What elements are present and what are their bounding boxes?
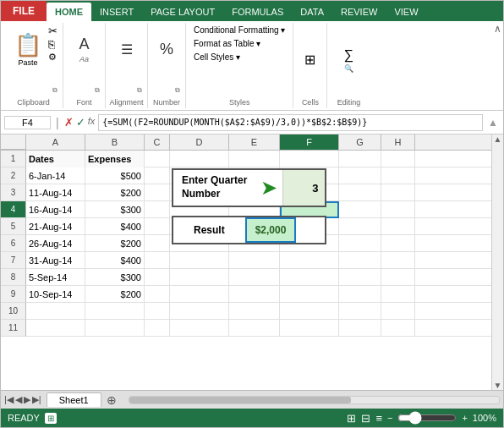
copy-button[interactable]: ⎘ bbox=[48, 38, 58, 51]
row-num-9[interactable]: 9 bbox=[1, 286, 26, 303]
cell-d11[interactable] bbox=[170, 320, 229, 337]
col-header-g[interactable]: G bbox=[339, 134, 381, 150]
number-expand[interactable]: ⧉ bbox=[175, 86, 180, 95]
cell-c6[interactable] bbox=[145, 235, 170, 252]
conditional-formatting-button[interactable]: Conditional Formatting ▾ bbox=[191, 25, 288, 36]
cancel-icon[interactable]: ✗ bbox=[64, 116, 74, 129]
cell-b4[interactable]: $300 bbox=[85, 201, 145, 218]
cell-a9[interactable]: 10-Sep-14 bbox=[26, 286, 85, 303]
font-expand[interactable]: ⧉ bbox=[95, 86, 100, 95]
col-header-a[interactable]: A bbox=[26, 134, 85, 150]
cell-h2[interactable] bbox=[381, 167, 415, 184]
cut-button[interactable]: ✂ bbox=[48, 25, 58, 37]
formulas-tab[interactable]: FORMULAS bbox=[223, 3, 292, 21]
cell-c2[interactable] bbox=[145, 167, 170, 184]
paste-button[interactable]: 📋 Paste bbox=[9, 30, 47, 69]
format-painter-button[interactable]: ⚙ bbox=[48, 52, 58, 63]
cell-h4[interactable] bbox=[381, 201, 415, 218]
cell-h3[interactable] bbox=[381, 184, 415, 201]
cell-b2[interactable]: $500 bbox=[85, 167, 145, 184]
view-tab[interactable]: VIEW bbox=[386, 3, 426, 21]
col-header-f[interactable]: F bbox=[280, 134, 339, 150]
cell-b10[interactable] bbox=[85, 303, 145, 320]
cell-g5[interactable] bbox=[339, 218, 381, 235]
cell-e11[interactable] bbox=[229, 320, 280, 337]
cell-d8[interactable] bbox=[170, 269, 229, 286]
cell-g2[interactable] bbox=[339, 167, 381, 184]
cell-f11[interactable] bbox=[280, 320, 339, 337]
sheet-tab-sheet1[interactable]: Sheet1 bbox=[47, 392, 101, 407]
cell-a10[interactable] bbox=[26, 303, 85, 320]
cell-g10[interactable] bbox=[339, 303, 381, 320]
cell-b7[interactable]: $400 bbox=[85, 252, 145, 269]
scroll-up-button[interactable]: ▲ bbox=[494, 134, 502, 144]
cell-d1[interactable] bbox=[170, 151, 229, 167]
cell-b9[interactable]: $200 bbox=[85, 286, 145, 303]
prev-sheet-arrow[interactable]: ◀ bbox=[15, 394, 22, 405]
function-icon[interactable]: fx bbox=[88, 116, 96, 129]
scroll-down-button[interactable]: ▼ bbox=[494, 381, 502, 390]
zoom-in-icon[interactable]: + bbox=[462, 413, 467, 423]
row-num-11[interactable]: 11 bbox=[1, 320, 26, 337]
cell-c1[interactable] bbox=[145, 151, 170, 167]
page-break-view-icon[interactable]: ≡ bbox=[375, 412, 382, 425]
col-header-b[interactable]: B bbox=[85, 134, 145, 150]
cell-a2[interactable]: 6-Jan-14 bbox=[26, 167, 85, 184]
vertical-scrollbar[interactable]: ▲ ▼ bbox=[491, 134, 503, 390]
formula-expand-icon[interactable]: ▲ bbox=[486, 117, 500, 129]
formula-input-area[interactable]: {=SUM((F2=ROUNDUP(MONTH($A$2:$A$9)/3,0))… bbox=[98, 114, 483, 131]
h-scroll-thumb[interactable] bbox=[129, 397, 351, 403]
col-header-e[interactable]: E bbox=[229, 134, 280, 150]
page-layout-view-icon[interactable]: ⊟ bbox=[361, 412, 370, 425]
cell-a3[interactable]: 11-Aug-14 bbox=[26, 184, 85, 201]
sheet-nav-arrows[interactable]: |◀ ◀ ▶ ▶| bbox=[4, 394, 41, 405]
cell-e8[interactable] bbox=[229, 269, 280, 286]
cell-h11[interactable] bbox=[381, 320, 415, 337]
cell-d7[interactable] bbox=[170, 252, 229, 269]
cell-f10[interactable] bbox=[280, 303, 339, 320]
page-layout-tab[interactable]: PAGE LAYOUT bbox=[142, 3, 223, 21]
cell-c10[interactable] bbox=[145, 303, 170, 320]
row-num-8[interactable]: 8 bbox=[1, 269, 26, 286]
cell-a5[interactable]: 21-Aug-14 bbox=[26, 218, 85, 235]
home-tab[interactable]: HOME bbox=[47, 3, 91, 21]
cell-a8[interactable]: 5-Sep-14 bbox=[26, 269, 85, 286]
cell-c3[interactable] bbox=[145, 184, 170, 201]
confirm-icon[interactable]: ✓ bbox=[76, 116, 85, 129]
cell-g8[interactable] bbox=[339, 269, 381, 286]
clipboard-expand[interactable]: ⧉ bbox=[52, 86, 58, 95]
result-value-cell[interactable]: $2,000 bbox=[245, 217, 297, 243]
cell-e1[interactable] bbox=[229, 151, 280, 167]
normal-view-icon[interactable]: ⊞ bbox=[347, 412, 356, 425]
cell-a7[interactable]: 31-Aug-14 bbox=[26, 252, 85, 269]
add-sheet-button[interactable]: ⊕ bbox=[103, 393, 120, 407]
row-num-1[interactable]: 1 bbox=[1, 151, 26, 167]
cell-h9[interactable] bbox=[381, 286, 415, 303]
zoom-out-icon[interactable]: − bbox=[387, 413, 392, 423]
cell-g6[interactable] bbox=[339, 235, 381, 252]
cell-h6[interactable] bbox=[381, 235, 415, 252]
cell-reference-box[interactable]: F4 bbox=[4, 116, 51, 129]
cell-c9[interactable] bbox=[145, 286, 170, 303]
cell-a6[interactable]: 26-Aug-14 bbox=[26, 235, 85, 252]
col-header-h[interactable]: H bbox=[381, 134, 415, 150]
cell-b8[interactable]: $300 bbox=[85, 269, 145, 286]
cell-g7[interactable] bbox=[339, 252, 381, 269]
row-num-3[interactable]: 3 bbox=[1, 184, 26, 201]
cell-g9[interactable] bbox=[339, 286, 381, 303]
horizontal-scrollbar[interactable] bbox=[129, 396, 500, 404]
cell-e7[interactable] bbox=[229, 252, 280, 269]
cell-f1[interactable] bbox=[280, 151, 339, 167]
cell-f9[interactable] bbox=[280, 286, 339, 303]
cell-b5[interactable]: $400 bbox=[85, 218, 145, 235]
cell-b11[interactable] bbox=[85, 320, 145, 337]
col-header-d[interactable]: D bbox=[170, 134, 229, 150]
zoom-slider[interactable] bbox=[397, 411, 457, 425]
cell-a4[interactable]: 16-Aug-14 bbox=[26, 201, 85, 218]
ribbon-collapse[interactable]: ∧ bbox=[494, 23, 501, 35]
cell-h1[interactable] bbox=[381, 151, 415, 167]
cell-b1[interactable]: Expenses bbox=[85, 151, 145, 167]
insert-tab[interactable]: INSERT bbox=[91, 3, 142, 21]
review-tab[interactable]: REVIEW bbox=[332, 3, 386, 21]
row-num-2[interactable]: 2 bbox=[1, 167, 26, 184]
